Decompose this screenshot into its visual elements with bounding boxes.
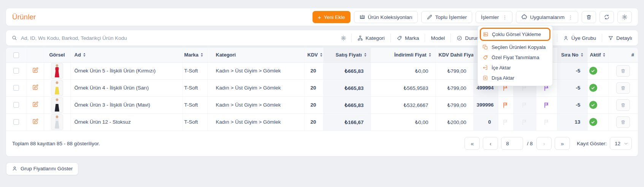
refresh-button[interactable] xyxy=(600,11,614,23)
product-category: Kadın > Üst Giyim > Gömlek xyxy=(207,62,304,79)
edit-column-header xyxy=(27,48,44,62)
page-number-input[interactable] xyxy=(501,137,523,150)
image-column-header: Görsel xyxy=(44,48,70,62)
excel-icon xyxy=(482,75,488,81)
filter-brand[interactable]: Marka xyxy=(390,34,425,42)
search-settings-button[interactable] xyxy=(336,34,351,42)
row-checkbox[interactable] xyxy=(13,102,19,108)
name-column-header[interactable]: Ad xyxy=(70,48,182,62)
first-page-button[interactable]: « xyxy=(465,137,480,150)
edit-icon[interactable] xyxy=(32,118,39,125)
product-image[interactable] xyxy=(51,80,63,96)
edit-icon[interactable] xyxy=(32,101,39,108)
order-column-header[interactable]: Sıra No xyxy=(557,48,587,62)
menu-item-multi-image-upload[interactable]: Çoklu Görsel Yükleme xyxy=(480,28,550,41)
bulk-operations-button[interactable]: Toplu İşlemler xyxy=(421,11,472,23)
page-size-select[interactable]: 12 xyxy=(610,137,632,150)
search-box xyxy=(11,35,336,41)
active-check-icon[interactable] xyxy=(589,67,597,75)
show-group-prices-button[interactable]: Grup Fiyatlarını Göster xyxy=(6,162,78,175)
filter-member-group[interactable]: Üye Grubu xyxy=(557,34,602,42)
product-image[interactable] xyxy=(51,97,63,113)
delete-button[interactable] xyxy=(582,11,596,23)
product-name[interactable]: Örnek Ürün 5 - İlişkili Ürün (Kırmızı) xyxy=(70,62,182,79)
product-discounted-price: ₺0,00 xyxy=(371,113,435,130)
last-page-button[interactable]: » xyxy=(555,137,570,150)
vat-included-column-header: KDV Dahil Fiyat xyxy=(435,48,473,62)
row-checkbox[interactable] xyxy=(13,85,19,91)
sort-icon xyxy=(603,52,606,57)
product-order: -5 xyxy=(557,62,587,79)
settings-button[interactable] xyxy=(617,11,632,23)
add-new-button[interactable]: +Yeni Ekle xyxy=(312,11,351,23)
discounted-price-column-header[interactable]: İndirimli Fiyat xyxy=(371,48,435,62)
product-name[interactable]: Örnek Ürün 3 - İlişkili Ürün (Mavi) xyxy=(70,96,182,113)
flag-icon[interactable] xyxy=(521,102,528,108)
product-kdv: 20 xyxy=(304,113,323,130)
active-check-icon[interactable] xyxy=(589,118,597,126)
price-column-header[interactable]: Satış Fiyatı xyxy=(323,48,371,62)
flag-icon[interactable] xyxy=(543,102,550,108)
my-apps-button[interactable]: Uygulamalarım⋮ xyxy=(516,11,578,23)
product-name[interactable]: Örnek Ürün 4 - İlişkili Ürün (Sarı) xyxy=(70,79,182,96)
refresh-icon xyxy=(604,14,610,20)
row-checkbox[interactable] xyxy=(13,119,19,125)
row-delete-button[interactable] xyxy=(616,99,630,111)
person-icon xyxy=(12,166,17,171)
product-discounted-price: ₺0,00 xyxy=(371,62,435,79)
sort-icon xyxy=(581,52,584,57)
page-total: / 8 xyxy=(527,141,533,146)
product-kdv: 20 xyxy=(304,79,323,96)
flag-icon[interactable] xyxy=(502,102,509,108)
search-input[interactable] xyxy=(21,35,336,41)
topbar-actions: +Yeni Ekle Ürün Koleksiyonları Toplu İşl… xyxy=(312,11,632,23)
flag-icon[interactable] xyxy=(543,119,550,126)
table-row: Örnek Ürün 3 - İlişkili Ürün (Mavi) T-So… xyxy=(6,96,638,113)
gear-icon xyxy=(622,14,628,20)
product-collections-button[interactable]: Ürün Koleksiyonları xyxy=(354,11,418,23)
product-brand: T-Soft xyxy=(182,96,207,113)
product-name[interactable]: Örnek Ürün 12 - Stoksuz xyxy=(70,113,182,130)
edit-icon[interactable] xyxy=(32,67,39,74)
filter-model[interactable]: Model xyxy=(425,34,450,42)
copy-icon xyxy=(482,44,488,50)
filter-category[interactable]: Kategori xyxy=(351,34,390,42)
product-image[interactable] xyxy=(51,114,63,130)
row-checkbox[interactable] xyxy=(13,68,19,74)
row-delete-button[interactable] xyxy=(616,116,630,128)
funnel-icon xyxy=(608,35,614,41)
select-all-checkbox[interactable] xyxy=(13,52,19,58)
flag-icon[interactable] xyxy=(521,119,528,126)
product-order: 13 xyxy=(557,113,587,130)
filter-detailed[interactable]: Detaylı xyxy=(602,34,638,42)
prev-page-button[interactable]: ‹ xyxy=(483,137,498,150)
product-order: -5 xyxy=(557,96,587,113)
operations-dropdown-wrap: İşlemler⋮ Çoklu Görsel Yükleme Seçilen Ü… xyxy=(476,11,512,23)
sitemap-icon xyxy=(357,35,363,41)
active-check-icon[interactable] xyxy=(589,84,597,92)
product-vat-included-price: ₺799,00 xyxy=(435,79,473,96)
menu-item-special-price[interactable]: Özel Fiyat Tanımlama xyxy=(480,52,550,63)
product-discounted-price: ₺565,9583 xyxy=(371,79,435,96)
brand-column-header[interactable]: Marka xyxy=(182,48,207,62)
record-summary: Toplam 88 kayıttan 85 - 88 gösteriliyor. xyxy=(12,141,100,146)
row-delete-button[interactable] xyxy=(616,82,630,94)
active-column-header[interactable]: Aktif xyxy=(587,48,608,62)
active-check-icon[interactable] xyxy=(589,101,597,109)
menu-item-copy-selected-products[interactable]: Seçilen Ürünleri Kopyala xyxy=(480,42,550,52)
operations-button[interactable]: İşlemler⋮ xyxy=(476,11,512,23)
table-footer: Toplam 88 kayıttan 85 - 88 gösteriliyor.… xyxy=(6,131,638,156)
product-discounted-price: ₺532,6667 xyxy=(371,96,435,113)
next-page-button[interactable]: › xyxy=(536,137,552,150)
row-delete-button[interactable] xyxy=(616,65,630,77)
product-price: ₺166,67 xyxy=(323,113,371,130)
edit-icon[interactable] xyxy=(32,84,39,91)
menu-item-export[interactable]: Dışa Aktar xyxy=(480,73,550,83)
product-image[interactable] xyxy=(51,63,63,79)
operations-menu: Çoklu Görsel Yükleme Seçilen Ürünleri Ko… xyxy=(477,25,553,86)
kdv-column-header[interactable]: KDV xyxy=(304,48,323,62)
flag-icon[interactable] xyxy=(502,119,509,126)
menu-item-import[interactable]: İçe Aktar xyxy=(480,63,550,73)
sort-icon xyxy=(83,52,86,57)
page-header: Ürünler +Yeni Ekle Ürün Koleksiyonları T… xyxy=(6,8,638,26)
